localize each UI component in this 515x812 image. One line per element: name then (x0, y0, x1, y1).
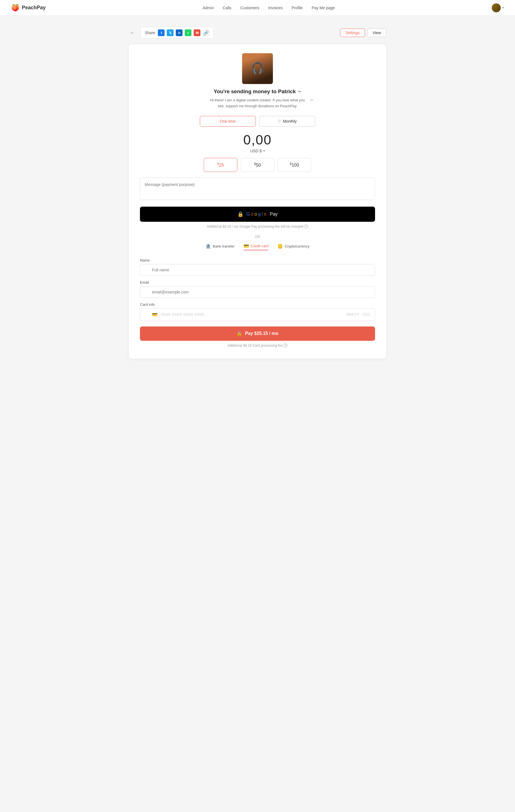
crypto-icon: 🪙 (277, 243, 283, 249)
navbar: 🍑 PeachPay Admin Calls Customers Invoice… (0, 0, 515, 16)
currency-label: USD $ (250, 149, 262, 153)
bank-icon: 🏦 (206, 243, 211, 249)
brand-name: PeachPay (22, 5, 46, 11)
card-input-wrapper[interactable]: 💳 0000 0000 0000 0000 MM/YY CVC (140, 308, 375, 321)
chevron-down-icon: ▾ (503, 6, 504, 9)
profile-title: You're sending money to Patrick ✏ (214, 88, 301, 95)
name-input-wrapper: 👤 (140, 264, 375, 276)
lock-icon: 🔒 (237, 211, 243, 217)
preset-25-value: 25 (219, 163, 224, 168)
card-label: Card info (140, 302, 375, 307)
share-label: Share (145, 31, 155, 35)
payment-methods: 🏦 Bank transfer 💳 Credit card 🪙 Cryptocu… (140, 243, 375, 250)
preset-50[interactable]: $50 (241, 158, 274, 172)
share-section: Share f 𝕏 in ✓ ✉ 🔗 (141, 27, 214, 39)
toolbar-right: Settings View (340, 29, 386, 37)
nav-links: Admin Calls Customers Invoices Profile P… (203, 6, 335, 10)
pm-crypto-label: Cryptocurrency (285, 244, 309, 249)
back-button[interactable]: ← (129, 29, 136, 37)
credit-card-icon: 💳 (243, 243, 249, 249)
pm-bank-transfer[interactable]: 🏦 Bank transfer (206, 243, 234, 250)
pm-credit-card[interactable]: 💳 Credit card (243, 243, 269, 250)
g-blue2: g (258, 212, 261, 217)
gpay-note: Additional $0.15 / mo Google Pay process… (140, 224, 375, 229)
pay-button[interactable]: 🔒 Pay $25.15 / mo (140, 326, 375, 341)
nav-profile[interactable]: Profile (292, 6, 303, 10)
avatar (492, 3, 501, 12)
email-input-wrapper: ✉ (140, 286, 375, 298)
chevron-down-icon: ▾ (263, 149, 265, 152)
card-expiry-field: MM/YY (346, 312, 359, 317)
currency-selector[interactable]: USD $ ▾ (250, 149, 265, 153)
preset-100-value: 100 (292, 163, 299, 168)
nav-paymepage[interactable]: Pay Me page (312, 6, 335, 10)
gpay-text: Google Pay (246, 212, 278, 217)
pay-word: Pay (270, 212, 278, 217)
g-blue: G (246, 212, 250, 217)
card-field-group: Card info 💳 0000 0000 0000 0000 MM/YY CV… (140, 302, 375, 321)
pm-credit-label: Credit card (251, 244, 269, 248)
page-wrapper: ← Share f 𝕏 in ✓ ✉ 🔗 Settings View (123, 16, 392, 370)
name-input[interactable] (140, 264, 375, 276)
social-icons: f 𝕏 in ✓ ✉ 🔗 (158, 29, 209, 36)
preset-50-value: 50 (256, 163, 261, 168)
nav-customers[interactable]: Customers (240, 6, 260, 10)
profile-title-text: You're sending money to Patrick (214, 88, 296, 95)
pay-note: Additional $0.15 Card processing fee ? (140, 344, 375, 348)
preset-100[interactable]: $100 (278, 158, 311, 172)
bio-edit-icon[interactable]: ✏ (310, 97, 313, 103)
whatsapp-share-icon[interactable]: ✓ (185, 29, 191, 36)
user-menu[interactable]: ▾ (492, 3, 504, 12)
g-yellow: o (255, 212, 257, 217)
link-share-icon[interactable]: 🔗 (203, 29, 209, 36)
or-divider: OR (140, 235, 375, 239)
payment-tabs: One time ♡ Monthly (140, 116, 375, 126)
tab-one-time-label: One time (220, 119, 236, 123)
amount-section: 0,00 USD $ ▾ (140, 132, 375, 153)
amount-display[interactable]: 0,00 (140, 132, 375, 148)
profile-avatar (242, 53, 273, 84)
toolbar: ← Share f 𝕏 in ✓ ✉ 🔗 Settings View (129, 27, 386, 39)
pay-note-text: Additional $0.15 Card processing fee (228, 344, 283, 347)
settings-button[interactable]: Settings (340, 29, 365, 37)
preset-25[interactable]: $25 (204, 158, 237, 172)
card-cvc-field: CVC (362, 312, 371, 317)
pay-lock-icon: 🔒 (237, 331, 242, 336)
twitter-share-icon[interactable]: 𝕏 (167, 29, 174, 36)
card-number-field: 0000 0000 0000 0000 (161, 312, 343, 317)
g-red: o (251, 212, 253, 217)
title-edit-icon[interactable]: ✏ (298, 89, 301, 94)
tab-one-time[interactable]: One time (200, 116, 256, 126)
view-button[interactable]: View (367, 29, 386, 37)
facebook-share-icon[interactable]: f (158, 29, 164, 36)
card-icon: 💳 (152, 312, 158, 317)
nav-invoices[interactable]: Invoices (268, 6, 283, 10)
email-field-group: Email ✉ (140, 280, 375, 298)
profile-bio-text: Hi there! I am a digital content creator… (210, 98, 305, 108)
linkedin-share-icon[interactable]: in (176, 29, 182, 36)
nav-admin[interactable]: Admin (203, 6, 214, 10)
message-input[interactable] (140, 177, 375, 200)
google-pay-button[interactable]: 🔒 Google Pay (140, 207, 375, 222)
toolbar-left: ← Share f 𝕏 in ✓ ✉ 🔗 (129, 27, 214, 39)
heart-icon: ♡ (278, 119, 281, 123)
tab-monthly[interactable]: ♡ Monthly (259, 116, 315, 126)
pm-bank-label: Bank transfer (213, 244, 234, 249)
email-label: Email (140, 280, 375, 285)
brand-logo: 🍑 PeachPay (11, 4, 46, 12)
g-red2: e (264, 212, 267, 217)
pay-help-icon[interactable]: ? (283, 344, 287, 347)
help-icon[interactable]: ? (304, 225, 308, 229)
tab-monthly-label: Monthly (283, 119, 297, 123)
nav-calls[interactable]: Calls (223, 6, 232, 10)
profile-avatar-image (242, 53, 273, 84)
pay-button-label: Pay $25.15 / mo (245, 331, 278, 336)
profile-section: You're sending money to Patrick ✏ Hi the… (140, 53, 375, 109)
profile-bio: Hi there! I am a digital content creator… (207, 97, 308, 109)
name-label: Name (140, 258, 375, 262)
email-input[interactable] (140, 286, 375, 298)
pm-cryptocurrency[interactable]: 🪙 Cryptocurrency (277, 243, 309, 250)
g-green: l (262, 212, 263, 217)
email-share-icon[interactable]: ✉ (194, 29, 201, 36)
preset-amounts: $25 $50 $100 (140, 158, 375, 172)
